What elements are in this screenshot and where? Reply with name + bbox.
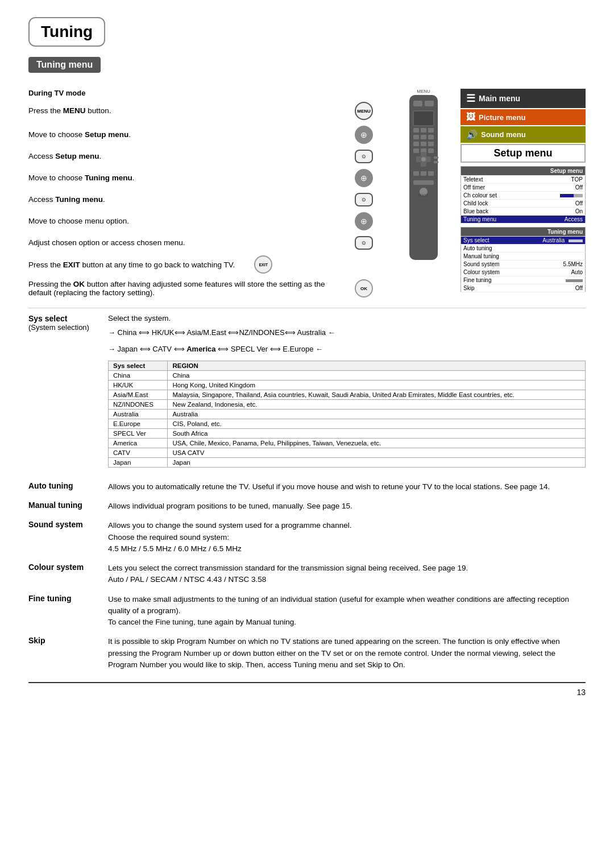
region-name: Japan <box>168 457 586 467</box>
ok-circle-icon: OK <box>355 279 373 297</box>
row-value: 5.5MHz <box>520 261 585 268</box>
right-menu: ☰ Main menu 🖼 Picture menu 🔊 Sound menu … <box>460 89 586 297</box>
svg-rect-21 <box>413 171 419 176</box>
tuning-menu-section: During TV mode Press the MENU button. ME… <box>28 89 586 297</box>
row-label: Fine tuning <box>461 276 521 284</box>
main-menu-label: Main menu <box>479 94 520 103</box>
row-value <box>520 253 585 261</box>
exit-label: EXIT <box>418 193 429 198</box>
tuning-menu-table: Tuning menu Sys select Australia Auto tu… <box>460 227 586 292</box>
row-label: Blue back <box>461 208 531 216</box>
menu-button-icon: MENU <box>355 102 373 120</box>
table-row-highlight: Tuning menu Access <box>461 216 586 224</box>
region-col2-header: REGION <box>168 361 586 370</box>
svg-rect-22 <box>421 171 426 176</box>
list-item: China China <box>109 370 586 380</box>
table-row: Teletext TOP <box>461 176 586 184</box>
svg-rect-13 <box>413 148 419 153</box>
row-value: Access <box>531 216 586 224</box>
sys-name: NZ/INDONES <box>109 399 168 409</box>
svg-rect-8 <box>421 135 426 139</box>
sys-name: CATV <box>109 448 168 457</box>
list-item: NZ/INDONES New Zealand, Indonesia, etc. <box>109 399 586 409</box>
feature-label: Sound system <box>28 520 97 555</box>
instruction-row-1: Press the MENU button. MENU <box>28 102 387 120</box>
svg-rect-4 <box>413 128 419 133</box>
ok-note: Pressing the OK button after having adju… <box>28 279 387 297</box>
during-tv-mode: During TV mode <box>28 89 387 97</box>
bar-indicator <box>560 194 583 197</box>
instruction-text-6: Move to choose menu option. <box>28 216 335 227</box>
features-section: Auto tuning Allows you to automatically … <box>28 481 586 671</box>
sys-name: China <box>109 370 168 380</box>
instruction-text-3: Access Setup menu. <box>28 151 335 162</box>
region-name: Australia <box>168 409 586 419</box>
table-row: Manual tuning <box>461 253 586 261</box>
setup-menu-label: Setup menu <box>493 147 552 159</box>
feature-label: Manual tuning <box>28 501 97 512</box>
menu-label: MENU <box>417 89 430 94</box>
instruction-row-4: Move to choose Tuning menu. ⊕ <box>28 169 387 187</box>
sys-name: America <box>109 438 168 448</box>
region-name: New Zealand, Indonesia, etc. <box>168 399 586 409</box>
feature-label: Fine tuning <box>28 594 97 629</box>
svg-rect-6 <box>428 128 434 133</box>
row-value: On <box>531 208 586 216</box>
svg-rect-1 <box>413 101 422 106</box>
region-table: Sys select REGION China China HK/UK Hong… <box>108 361 586 468</box>
table-row: Off timer Off <box>461 184 586 192</box>
instruction-row-3: Access Setup menu. ⊙ <box>28 150 387 163</box>
region-name: Malaysia, Singapore, Thailand, Asia coun… <box>168 390 586 399</box>
svg-rect-19 <box>434 156 438 159</box>
row-label: Sys select <box>461 237 521 245</box>
row-label: Ch colour set <box>461 192 531 200</box>
instructions-column: During TV mode Press the MENU button. ME… <box>28 89 387 297</box>
svg-rect-11 <box>421 142 426 146</box>
sys-name: Australia <box>109 409 168 419</box>
row-label: Colour system <box>461 268 521 276</box>
svg-rect-3 <box>413 111 434 126</box>
list-item: Asia/M.East Malaysia, Singapore, Thailan… <box>109 390 586 399</box>
exit-circle-icon: EXIT <box>254 255 272 274</box>
list-item: CATV USA CATV <box>109 448 586 457</box>
dpad-icon-3: ⊕ <box>355 212 373 230</box>
svg-rect-5 <box>421 128 426 133</box>
list-item: HK/UK Hong Kong, United Kingdom <box>109 380 586 390</box>
row-label: Manual tuning <box>461 253 521 261</box>
row-value: Off <box>531 184 586 192</box>
feature-label: Skip <box>28 636 97 671</box>
enter-button-icon-2: ⊙ <box>355 193 373 206</box>
list-item: Australia Australia <box>109 409 586 419</box>
row-value: Australia <box>520 237 585 245</box>
divider <box>28 308 586 308</box>
section-header: Tuning menu <box>28 57 101 73</box>
sys-name: Asia/M.East <box>109 390 168 399</box>
sys-select-description: Select the system. <box>108 314 586 323</box>
setup-menu-table-header: Setup menu <box>461 167 586 176</box>
table-row: Skip Off <box>461 284 586 292</box>
feature-auto-tuning: Auto tuning Allows you to automatically … <box>28 481 586 493</box>
region-name: Hong Kong, United Kingdom <box>168 380 586 390</box>
list-item: Japan Japan <box>109 457 586 467</box>
table-row: Child lock Off <box>461 200 586 208</box>
instruction-text-7: Adjust chosen option or access chosen me… <box>28 238 335 249</box>
list-item: America USA, Chile, Mexico, Panama, Pelu… <box>109 438 586 448</box>
sys-select-sublabel: (System selection) <box>28 323 97 332</box>
sys-select-label: Sys select <box>28 314 97 323</box>
setup-menu-table: Setup menu Teletext TOP Off timer Off Ch… <box>460 166 586 224</box>
svg-rect-10 <box>413 142 419 146</box>
region-name: China <box>168 370 586 380</box>
sys-name: E.Europe <box>109 419 168 428</box>
feature-content: Allows you to automatically retune the T… <box>108 481 586 493</box>
region-name: USA, Chile, Mexico, Panama, Pelu, Philip… <box>168 438 586 448</box>
dpad-icon: ⊕ <box>355 126 373 144</box>
row-label: Auto tuning <box>461 245 521 253</box>
list-item: SPECL Ver South Africa <box>109 428 586 438</box>
instruction-row-5: Access Tuning menu. ⊙ <box>28 193 387 206</box>
region-name: South Africa <box>168 428 586 438</box>
svg-rect-7 <box>413 135 419 139</box>
table-row: Colour system Auto <box>461 268 586 276</box>
table-row: Sound system 5.5MHz <box>461 261 586 268</box>
dpad-icon-2: ⊕ <box>355 169 373 187</box>
enter-button-icon: ⊙ <box>355 150 373 163</box>
